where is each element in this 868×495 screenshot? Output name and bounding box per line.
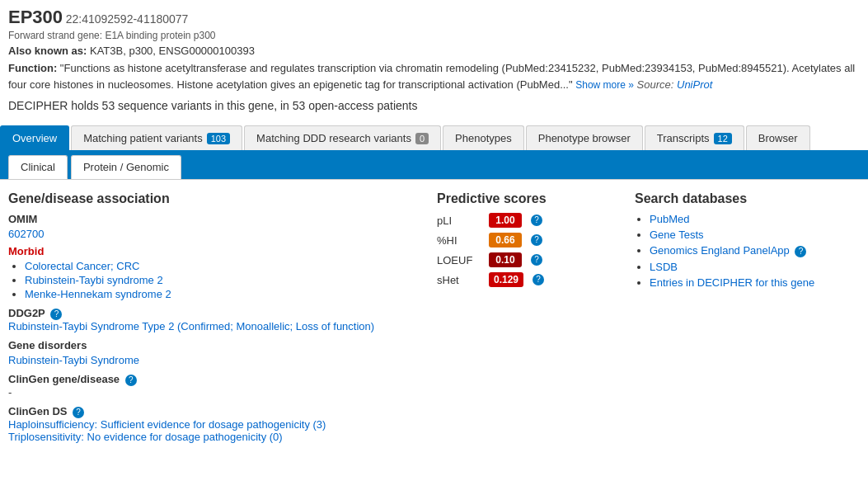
pred-hi-row: %HI 0.66 ? (437, 233, 618, 248)
gene-name: EP300 (8, 7, 63, 27)
predictive-scores-title: Predictive scores (437, 191, 618, 206)
ddg2p-section: DDG2P ? Rubinstein-Taybi Syndrome Type 2… (8, 307, 420, 332)
search-databases-title: Search databases (635, 191, 860, 206)
ddg2p-value-link[interactable]: Rubinstein-Taybi Syndrome Type 2 (Confir… (8, 320, 374, 332)
tabs-bar: Overview Matching patient variants 103 M… (0, 125, 868, 152)
db-item-decipher-entries: Entries in DECIPHER for this gene (650, 276, 860, 289)
db-link-pubmed[interactable]: PubMed (650, 213, 689, 225)
morbid-item-1: Rubinstein-Taybi syndrome 2 (25, 274, 420, 286)
clingen-gene-disease-label: ClinGen gene/disease (8, 373, 120, 385)
db-item-gene-tests: Gene Tests (650, 229, 860, 241)
tab-transcripts[interactable]: Transcripts 12 (645, 125, 744, 150)
tab-browser[interactable]: Browser (746, 125, 810, 150)
clingen-ds-label: ClinGen DS (8, 405, 68, 417)
also-known: Also known as: KAT3B, p300, ENSG00000100… (8, 45, 860, 57)
function-text: Function: "Functions as histone acetyltr… (8, 60, 860, 92)
tab-phenotypes[interactable]: Phenotypes (443, 125, 524, 150)
pred-shet-row: sHet 0.129 ? (437, 272, 618, 287)
clingen-ds-triplosensitivity-link[interactable]: Triplosensitivity: No evidence for dosag… (8, 431, 283, 443)
omim-link[interactable]: 602700 (8, 228, 44, 240)
pred-hi-value: 0.66 (489, 233, 522, 248)
clingen-gene-disease-section: ClinGen gene/disease ? - (8, 373, 420, 398)
db-link-lsdb[interactable]: LSDB (650, 261, 678, 273)
pred-pli-row: pLI 1.00 ? (437, 213, 618, 228)
genomics-england-help-icon[interactable]: ? (795, 246, 806, 257)
pred-loeuf-label: LOEUF (437, 254, 482, 266)
morbid-label: Morbid (8, 245, 420, 257)
gene-disease-title: Gene/disease association (8, 191, 420, 206)
db-link-decipher-entries[interactable]: Entries in DECIPHER for this gene (650, 276, 814, 289)
pred-loeuf-value: 0.10 (489, 252, 522, 267)
clingen-gene-disease-value: - (8, 386, 420, 398)
omim-label: OMIM (8, 213, 420, 225)
pred-hi-label: %HI (437, 234, 482, 247)
morbid-list: Colorectal Cancer; CRC Rubinstein-Taybi … (8, 260, 420, 300)
gene-disorders-link[interactable]: Rubinstein-Taybi Syndrome (8, 354, 139, 366)
tab-overview[interactable]: Overview (0, 125, 69, 150)
clingen-ds-help-icon[interactable]: ? (73, 407, 84, 418)
pred-shet-value: 0.129 (489, 272, 523, 287)
db-item-pubmed: PubMed (650, 213, 860, 225)
tab-matching-ddd-badge: 0 (415, 133, 429, 144)
pred-hi-help-icon[interactable]: ? (531, 234, 542, 246)
tab-matching-ddd[interactable]: Matching DDD research variants 0 (244, 125, 441, 150)
clingen-ds-haploinsufficiency-link[interactable]: Haploinsufficiency: Sufficient evidence … (8, 418, 326, 431)
source-label: Source: UniProt (637, 78, 713, 91)
content-area: Gene/disease association OMIM 602700 Mor… (0, 180, 868, 455)
pred-shet-label: sHet (437, 274, 482, 286)
subtab-protein-genomic[interactable]: Protein / Genomic (71, 155, 181, 179)
pred-shet-help-icon[interactable]: ? (533, 274, 544, 285)
tab-matching-patient-badge: 103 (207, 133, 230, 144)
gene-disorders-label: Gene disorders (8, 339, 420, 351)
pred-pli-help-icon[interactable]: ? (531, 214, 542, 226)
pred-pli-label: pLI (437, 214, 482, 227)
gene-disorders-section: Gene disorders Rubinstein-Taybi Syndrome (8, 339, 420, 366)
pred-pli-value: 1.00 (489, 213, 522, 228)
tab-transcripts-badge: 12 (714, 133, 732, 144)
morbid-item-0: Colorectal Cancer; CRC (25, 260, 420, 272)
morbid-item-2: Menke-Hennekam syndrome 2 (25, 288, 420, 300)
pred-loeuf-row: LOEUF 0.10 ? (437, 252, 618, 267)
pred-loeuf-help-icon[interactable]: ? (531, 254, 542, 266)
clingen-gene-disease-help-icon[interactable]: ? (125, 375, 137, 386)
strand-info: Forward strand gene: E1A binding protein… (8, 30, 860, 41)
subtab-clinical[interactable]: Clinical (8, 155, 68, 179)
gene-disease-col: Gene/disease association OMIM 602700 Mor… (8, 191, 420, 443)
header: EP300 22:41092592-41180077 Forward stran… (0, 0, 868, 117)
predictive-scores-col: Predictive scores pLI 1.00 ? %HI 0.66 ? … (437, 191, 618, 443)
gene-title-row: EP300 22:41092592-41180077 (8, 7, 860, 28)
subtabs-bar: Clinical Protein / Genomic (0, 152, 868, 180)
search-databases-col: Search databases PubMed Gene Tests Genom… (635, 191, 860, 443)
gene-coords: 22:41092592-41180077 (66, 12, 189, 26)
db-item-lsdb: LSDB (650, 261, 860, 273)
db-link-genomics-england[interactable]: Genomics England PanelApp (650, 244, 790, 257)
db-list: PubMed Gene Tests Genomics England Panel… (635, 213, 860, 289)
decipher-count: DECIPHER holds 53 sequence variants in t… (8, 99, 860, 112)
ddg2p-label: DDG2P (8, 307, 45, 319)
ddg2p-help-icon[interactable]: ? (50, 309, 62, 320)
source-uniprot-link[interactable]: UniProt (677, 78, 712, 91)
db-link-gene-tests[interactable]: Gene Tests (650, 229, 704, 241)
db-item-genomics-england: Genomics England PanelApp ? (650, 244, 860, 257)
clingen-ds-section: ClinGen DS ? Haploinsufficiency: Suffici… (8, 405, 420, 443)
tab-matching-patient[interactable]: Matching patient variants 103 (71, 125, 242, 150)
show-more-link[interactable]: Show more » (575, 79, 634, 91)
tab-phenotype-browser[interactable]: Phenotype browser (526, 125, 643, 150)
